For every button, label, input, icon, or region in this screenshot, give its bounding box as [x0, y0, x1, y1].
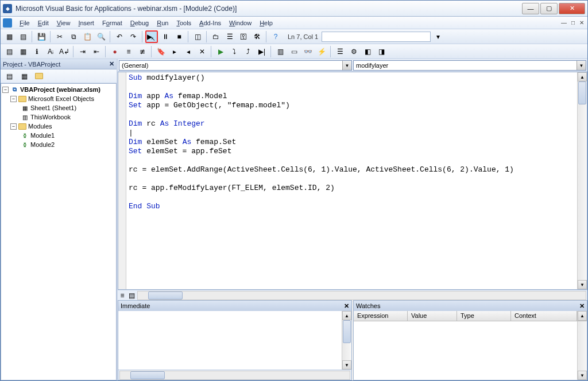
- copy-icon[interactable]: ⧉: [67, 30, 80, 43]
- design-mode-icon[interactable]: ◫: [191, 30, 204, 43]
- toggle-folders-icon[interactable]: [33, 71, 45, 82]
- object-browser-icon[interactable]: ⚿: [237, 30, 250, 43]
- menu-file[interactable]: File: [16, 18, 34, 28]
- save-icon[interactable]: 💾: [35, 30, 48, 43]
- locals-icon[interactable]: ▥: [274, 45, 287, 58]
- combo-dropdown-icon[interactable]: ▾: [432, 30, 444, 43]
- scroll-down-icon[interactable]: ▼: [578, 371, 587, 380]
- break-icon[interactable]: ⏸: [159, 30, 172, 43]
- bookmark-icon[interactable]: 🔖: [154, 45, 167, 58]
- tree-root[interactable]: − ⧉ VBAProject (webinar.xlsm): [1, 85, 116, 94]
- dropdown-icon[interactable]: ▼: [577, 61, 586, 70]
- watch-col-context[interactable]: Context: [511, 311, 577, 321]
- step-over-icon[interactable]: ⤵: [228, 45, 241, 58]
- paste-icon[interactable]: 📋: [81, 30, 94, 43]
- call-stack-icon[interactable]: ☰: [334, 45, 346, 58]
- scroll-thumb[interactable]: [343, 320, 351, 343]
- next-bookmark-icon[interactable]: ▸: [168, 45, 181, 58]
- properties-icon[interactable]: ☰: [223, 30, 236, 43]
- hscroll-thumb[interactable]: [148, 291, 183, 300]
- immediate-body[interactable]: ▲ ▼: [118, 311, 351, 370]
- complete-word-icon[interactable]: A↲: [58, 45, 71, 58]
- clear-bookmarks-icon[interactable]: ✕: [196, 45, 208, 58]
- cut-icon[interactable]: ✂: [53, 30, 66, 43]
- code-margin[interactable]: [118, 72, 126, 289]
- mdi-minimize[interactable]: —: [561, 20, 567, 26]
- comment-icon[interactable]: ≡: [122, 45, 135, 58]
- mdi-restore[interactable]: □: [571, 20, 575, 26]
- excel-icon[interactable]: [3, 18, 12, 28]
- project-explorer-icon[interactable]: 🗀: [210, 30, 222, 43]
- find-icon[interactable]: 🔍: [95, 30, 107, 43]
- watches-body[interactable]: Expression Value Type Context ▲ ▼: [354, 311, 587, 380]
- scroll-up-icon[interactable]: ▲: [578, 72, 587, 81]
- immediate-title[interactable]: Immediate ✕: [118, 301, 351, 311]
- immediate-close-icon[interactable]: ✕: [344, 302, 349, 310]
- position-combo[interactable]: [322, 32, 431, 42]
- scroll-down-icon[interactable]: ▼: [578, 280, 587, 289]
- tb-extra2-icon[interactable]: ◨: [375, 45, 388, 58]
- view-code-icon[interactable]: ▤: [3, 71, 16, 82]
- scroll-thumb[interactable]: [578, 81, 586, 104]
- collapse-icon[interactable]: −: [2, 87, 9, 93]
- quick-info-icon[interactable]: ℹ: [30, 45, 43, 58]
- menu-insert[interactable]: Insert: [74, 18, 98, 28]
- procedure-view-icon[interactable]: ≡: [118, 291, 127, 300]
- tree-excel-objects[interactable]: − Microsoft Excel Objects: [1, 94, 116, 103]
- watch-col-expression[interactable]: Expression: [354, 311, 408, 321]
- undo-icon[interactable]: ↶: [113, 30, 126, 43]
- reset-icon[interactable]: ■: [173, 30, 185, 43]
- immediate-icon[interactable]: ▭: [288, 45, 300, 58]
- list-properties-icon[interactable]: ▤: [3, 45, 16, 58]
- tree-module1[interactable]: ⧲ Module1: [1, 131, 116, 140]
- hscroll-thumb[interactable]: [130, 371, 165, 379]
- indent-icon[interactable]: ⇥: [76, 45, 89, 58]
- code-vscroll[interactable]: ▲ ▼: [577, 72, 587, 289]
- watches-title[interactable]: Watches ✕: [354, 301, 587, 311]
- menu-tools[interactable]: Tools: [172, 18, 195, 28]
- project-tree[interactable]: − ⧉ VBAProject (webinar.xlsm) − Microsof…: [1, 83, 117, 380]
- mdi-close[interactable]: ✕: [579, 20, 584, 26]
- tree-module2[interactable]: ⧲ Module2: [1, 140, 116, 149]
- close-button[interactable]: ✕: [559, 3, 585, 14]
- menu-debug[interactable]: Debug: [126, 18, 153, 28]
- insert-module-icon[interactable]: ▤: [17, 30, 29, 43]
- step-out-icon[interactable]: ⤴: [242, 45, 254, 58]
- code-text[interactable]: Sub modifylayer() Dim app As femap.Model…: [126, 72, 577, 289]
- tree-modules[interactable]: − Modules: [1, 122, 116, 131]
- run-sub-button[interactable]: ▶↖: [145, 30, 158, 43]
- menu-addins[interactable]: Add-Ins: [195, 18, 225, 28]
- scroll-down-icon[interactable]: ▼: [342, 360, 351, 370]
- tree-sheet1[interactable]: ▦ Sheet1 (Sheet1): [1, 103, 116, 112]
- titlebar[interactable]: ◆ Microsoft Visual Basic for Application…: [1, 1, 587, 17]
- immediate-vscroll[interactable]: ▲ ▼: [342, 311, 351, 370]
- menu-window[interactable]: Window: [225, 18, 256, 28]
- tree-thisworkbook[interactable]: ▥ ThisWorkbook: [1, 112, 116, 122]
- view-object-icon[interactable]: ▦: [18, 71, 30, 82]
- watches-close-icon[interactable]: ✕: [579, 302, 585, 310]
- step-into-icon[interactable]: ▶: [214, 45, 227, 58]
- maximize-button[interactable]: ▢: [540, 3, 558, 14]
- collapse-icon[interactable]: −: [10, 96, 17, 102]
- menu-help[interactable]: Help: [256, 18, 277, 28]
- code-editor[interactable]: Sub modifylayer() Dim app As femap.Model…: [118, 72, 587, 290]
- immediate-hscroll[interactable]: [119, 371, 350, 380]
- outdent-icon[interactable]: ⇤: [90, 45, 103, 58]
- breakpoint-icon[interactable]: ●: [109, 45, 121, 58]
- minimize-button[interactable]: —: [522, 3, 539, 14]
- scroll-up-icon[interactable]: ▲: [578, 311, 587, 321]
- help-icon[interactable]: ?: [269, 30, 282, 43]
- watch-icon[interactable]: 👓: [301, 45, 314, 58]
- watch-col-type[interactable]: Type: [457, 311, 511, 321]
- watch-col-value[interactable]: Value: [408, 311, 457, 321]
- redo-icon[interactable]: ↷: [127, 30, 140, 43]
- quick-watch-icon[interactable]: ⚡: [315, 45, 328, 58]
- full-module-view-icon[interactable]: ▤: [127, 291, 136, 300]
- dropdown-icon[interactable]: ▼: [342, 61, 351, 70]
- run-to-cursor-icon[interactable]: ▶|: [256, 45, 268, 58]
- prev-bookmark-icon[interactable]: ◂: [182, 45, 195, 58]
- uncomment-icon[interactable]: ≢: [136, 45, 149, 58]
- watches-vscroll-body[interactable]: ▼: [577, 321, 587, 380]
- watches-vscroll[interactable]: ▲: [577, 311, 587, 321]
- code-hscroll[interactable]: [137, 291, 586, 300]
